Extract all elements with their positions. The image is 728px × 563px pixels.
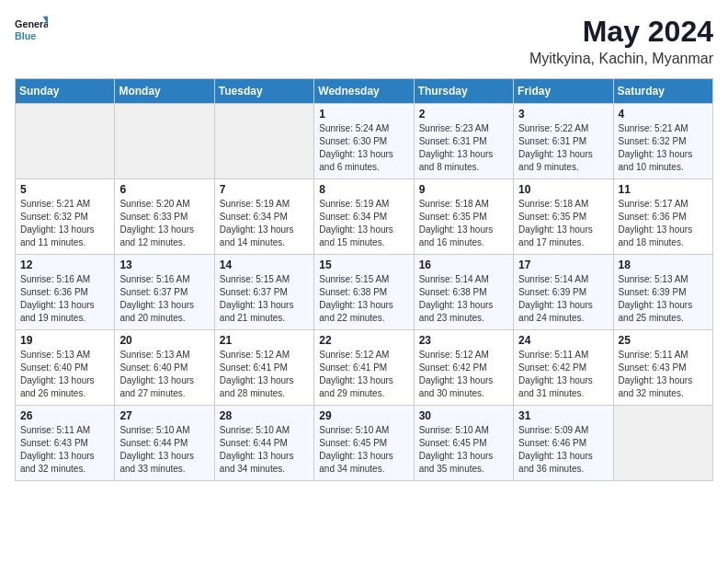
day-number: 17	[518, 259, 608, 271]
day-cell	[115, 104, 214, 179]
day-cell: 14Sunrise: 5:15 AM Sunset: 6:37 PM Dayli…	[214, 255, 313, 330]
day-info: Sunrise: 5:12 AM Sunset: 6:41 PM Dayligh…	[319, 349, 408, 400]
day-cell: 10Sunrise: 5:18 AM Sunset: 6:35 PM Dayli…	[514, 179, 613, 255]
day-number: 21	[220, 334, 309, 347]
day-number: 18	[619, 259, 708, 271]
day-cell: 18Sunrise: 5:13 AM Sunset: 6:39 PM Dayli…	[613, 255, 712, 330]
page-header: General Blue May 2024 Myitkyina, Kachin,…	[15, 15, 713, 67]
day-number: 8	[319, 183, 408, 196]
day-number: 25	[619, 334, 708, 347]
day-cell: 19Sunrise: 5:13 AM Sunset: 6:40 PM Dayli…	[16, 330, 115, 406]
day-info: Sunrise: 5:10 AM Sunset: 6:45 PM Dayligh…	[419, 424, 508, 476]
day-number: 10	[518, 183, 608, 196]
day-number: 30	[419, 409, 508, 422]
day-number: 3	[518, 108, 608, 121]
day-cell	[16, 104, 115, 179]
subtitle: Myitkyina, Kachin, Myanmar	[529, 51, 713, 67]
day-cell: 9Sunrise: 5:18 AM Sunset: 6:35 PM Daylig…	[414, 179, 513, 255]
day-number: 29	[319, 409, 408, 422]
day-number: 23	[419, 334, 508, 347]
day-cell: 25Sunrise: 5:11 AM Sunset: 6:43 PM Dayli…	[613, 330, 712, 406]
day-info: Sunrise: 5:10 AM Sunset: 6:44 PM Dayligh…	[119, 424, 209, 476]
day-number: 16	[419, 259, 508, 271]
day-cell	[214, 104, 313, 179]
day-number: 31	[518, 409, 608, 422]
day-cell: 30Sunrise: 5:10 AM Sunset: 6:45 PM Dayli…	[414, 406, 513, 481]
day-info: Sunrise: 5:21 AM Sunset: 6:32 PM Dayligh…	[20, 198, 109, 249]
day-info: Sunrise: 5:21 AM Sunset: 6:32 PM Dayligh…	[619, 122, 708, 174]
header-cell-monday: Monday	[115, 79, 214, 104]
calendar-table: SundayMondayTuesdayWednesdayThursdayFrid…	[15, 78, 713, 481]
day-cell: 26Sunrise: 5:11 AM Sunset: 6:43 PM Dayli…	[16, 406, 115, 481]
main-title: May 2024	[529, 15, 713, 49]
day-number: 27	[119, 409, 209, 422]
day-number: 12	[20, 259, 109, 271]
day-cell: 2Sunrise: 5:23 AM Sunset: 6:31 PM Daylig…	[414, 104, 513, 179]
day-cell: 24Sunrise: 5:11 AM Sunset: 6:42 PM Dayli…	[514, 330, 613, 406]
day-number: 24	[518, 334, 608, 347]
header-cell-thursday: Thursday	[414, 79, 513, 104]
title-section: May 2024 Myitkyina, Kachin, Myanmar	[529, 15, 713, 67]
day-number: 22	[319, 334, 408, 347]
day-cell: 28Sunrise: 5:10 AM Sunset: 6:44 PM Dayli…	[214, 406, 313, 481]
header-cell-sunday: Sunday	[16, 79, 115, 104]
day-info: Sunrise: 5:23 AM Sunset: 6:31 PM Dayligh…	[419, 122, 508, 174]
day-info: Sunrise: 5:13 AM Sunset: 6:39 PM Dayligh…	[619, 273, 708, 325]
svg-text:General: General	[15, 18, 48, 29]
day-info: Sunrise: 5:11 AM Sunset: 6:43 PM Dayligh…	[619, 349, 708, 400]
week-row-5: 26Sunrise: 5:11 AM Sunset: 6:43 PM Dayli…	[16, 406, 713, 481]
day-info: Sunrise: 5:09 AM Sunset: 6:46 PM Dayligh…	[518, 424, 608, 476]
day-cell: 20Sunrise: 5:13 AM Sunset: 6:40 PM Dayli…	[115, 330, 214, 406]
day-cell: 6Sunrise: 5:20 AM Sunset: 6:33 PM Daylig…	[115, 179, 214, 255]
day-info: Sunrise: 5:18 AM Sunset: 6:35 PM Dayligh…	[518, 198, 608, 249]
day-cell: 11Sunrise: 5:17 AM Sunset: 6:36 PM Dayli…	[613, 179, 712, 255]
day-info: Sunrise: 5:11 AM Sunset: 6:42 PM Dayligh…	[518, 349, 608, 400]
day-cell: 5Sunrise: 5:21 AM Sunset: 6:32 PM Daylig…	[16, 179, 115, 255]
day-number: 11	[619, 183, 708, 196]
day-cell: 22Sunrise: 5:12 AM Sunset: 6:41 PM Dayli…	[314, 330, 414, 406]
day-cell: 21Sunrise: 5:12 AM Sunset: 6:41 PM Dayli…	[214, 330, 313, 406]
day-number: 2	[419, 108, 508, 121]
day-cell: 3Sunrise: 5:22 AM Sunset: 6:31 PM Daylig…	[514, 104, 613, 179]
day-number: 15	[319, 259, 408, 271]
day-cell: 8Sunrise: 5:19 AM Sunset: 6:34 PM Daylig…	[314, 179, 414, 255]
header-cell-saturday: Saturday	[613, 79, 712, 104]
day-cell: 13Sunrise: 5:16 AM Sunset: 6:37 PM Dayli…	[115, 255, 214, 330]
day-info: Sunrise: 5:13 AM Sunset: 6:40 PM Dayligh…	[20, 349, 109, 400]
day-cell: 31Sunrise: 5:09 AM Sunset: 6:46 PM Dayli…	[514, 406, 613, 481]
day-number: 4	[619, 108, 708, 121]
day-number: 14	[220, 259, 309, 271]
day-info: Sunrise: 5:14 AM Sunset: 6:39 PM Dayligh…	[518, 273, 608, 325]
day-number: 9	[419, 183, 508, 196]
day-info: Sunrise: 5:22 AM Sunset: 6:31 PM Dayligh…	[518, 122, 608, 174]
day-info: Sunrise: 5:12 AM Sunset: 6:41 PM Dayligh…	[220, 349, 309, 400]
day-info: Sunrise: 5:10 AM Sunset: 6:44 PM Dayligh…	[220, 424, 309, 476]
day-number: 5	[20, 183, 109, 196]
day-cell	[613, 406, 712, 481]
day-cell: 17Sunrise: 5:14 AM Sunset: 6:39 PM Dayli…	[514, 255, 613, 330]
day-number: 1	[319, 108, 408, 121]
day-number: 28	[220, 409, 309, 422]
day-cell: 27Sunrise: 5:10 AM Sunset: 6:44 PM Dayli…	[115, 406, 214, 481]
day-info: Sunrise: 5:11 AM Sunset: 6:43 PM Dayligh…	[20, 424, 109, 476]
day-cell: 12Sunrise: 5:16 AM Sunset: 6:36 PM Dayli…	[16, 255, 115, 330]
logo: General Blue	[15, 15, 48, 48]
day-number: 6	[119, 183, 209, 196]
day-info: Sunrise: 5:15 AM Sunset: 6:38 PM Dayligh…	[319, 273, 408, 325]
day-info: Sunrise: 5:16 AM Sunset: 6:36 PM Dayligh…	[20, 273, 109, 325]
day-cell: 23Sunrise: 5:12 AM Sunset: 6:42 PM Dayli…	[414, 330, 513, 406]
day-info: Sunrise: 5:18 AM Sunset: 6:35 PM Dayligh…	[419, 198, 508, 249]
day-info: Sunrise: 5:16 AM Sunset: 6:37 PM Dayligh…	[119, 273, 209, 325]
day-cell: 4Sunrise: 5:21 AM Sunset: 6:32 PM Daylig…	[613, 104, 712, 179]
day-info: Sunrise: 5:10 AM Sunset: 6:45 PM Dayligh…	[319, 424, 408, 476]
header-cell-tuesday: Tuesday	[214, 79, 313, 104]
day-info: Sunrise: 5:24 AM Sunset: 6:30 PM Dayligh…	[319, 122, 408, 174]
day-cell: 15Sunrise: 5:15 AM Sunset: 6:38 PM Dayli…	[314, 255, 414, 330]
logo-icon: General Blue	[15, 15, 48, 48]
header-row: SundayMondayTuesdayWednesdayThursdayFrid…	[16, 79, 713, 104]
day-info: Sunrise: 5:15 AM Sunset: 6:37 PM Dayligh…	[220, 273, 309, 325]
day-number: 19	[20, 334, 109, 347]
day-number: 20	[119, 334, 209, 347]
day-info: Sunrise: 5:19 AM Sunset: 6:34 PM Dayligh…	[319, 198, 408, 249]
day-number: 13	[119, 259, 209, 271]
